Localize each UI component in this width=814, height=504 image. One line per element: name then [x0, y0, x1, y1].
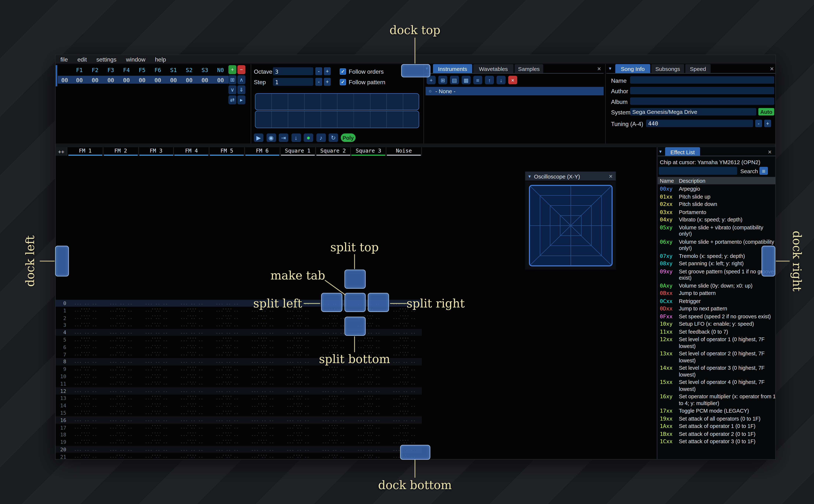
orders-cell[interactable]: 00 [197, 76, 213, 83]
orders-cell[interactable]: 00 [87, 76, 103, 83]
system-auto-button[interactable]: Auto [758, 108, 774, 116]
menu-item-help[interactable]: help [150, 56, 171, 63]
tab-effect-list[interactable]: Effect List [665, 147, 700, 156]
song-info-close-icon[interactable]: × [770, 66, 774, 72]
menu-item-window[interactable]: window [121, 56, 150, 63]
split-target-top[interactable] [344, 270, 366, 289]
orders-cell[interactable]: 00 [181, 76, 197, 83]
tab-samples[interactable]: Samples [515, 64, 543, 73]
orders-cell[interactable]: 00 [103, 76, 118, 83]
record-button[interactable]: ● [303, 134, 313, 142]
move-order-up-button[interactable]: ∧ [237, 75, 245, 84]
channel-header-fm-3[interactable]: FM 3 [139, 147, 174, 156]
save-instrument-button[interactable]: ▦ [462, 76, 471, 84]
pattern-cell[interactable]: ... .. .. .... [139, 454, 174, 460]
play-button[interactable]: ▶ [254, 134, 263, 142]
pattern-cell[interactable]: ... .. .. .... [280, 454, 315, 460]
step-one-row-button[interactable]: ↓ [291, 134, 301, 142]
tab-speed[interactable]: Speed [685, 64, 711, 73]
dock-target-top[interactable] [401, 64, 430, 77]
octave-input[interactable]: 3 [273, 67, 313, 75]
octave-decrease-button[interactable]: - [315, 67, 322, 75]
menu-item-edit[interactable]: edit [73, 56, 92, 63]
step-increase-button[interactable]: + [324, 78, 331, 86]
order-change-all-button[interactable]: ⇄ [228, 95, 236, 104]
dock-target-right[interactable] [761, 246, 775, 277]
pattern-cell[interactable]: ... .. .. .... [351, 454, 386, 460]
channel-header-square-3[interactable]: Square 3 [351, 147, 386, 156]
duplicate-order-to-end-button[interactable]: ⇓ [237, 85, 245, 94]
channel-header-fm-1[interactable]: FM 1 [68, 147, 103, 156]
effect-list-menu-button[interactable]: ≡ [759, 167, 768, 175]
channel-header-noise[interactable]: Noise [386, 147, 422, 156]
pattern-cell[interactable]: ... .. .. .... [103, 454, 139, 460]
duplicate-instrument-button[interactable]: ⊞ [438, 76, 448, 84]
menu-item-file[interactable]: file [56, 56, 73, 63]
add-channel-button[interactable]: ++ [56, 147, 67, 156]
orders-cell[interactable]: 00 [213, 76, 228, 83]
name-input[interactable] [630, 76, 774, 84]
pattern-cell[interactable]: ... .. .. .... [245, 454, 280, 460]
poly-button[interactable]: Poly [341, 134, 356, 142]
duplicate-order-button[interactable]: ⊞ [228, 75, 236, 84]
follow-pattern-checkbox[interactable]: ✓ [340, 79, 346, 85]
effect-search-input[interactable] [659, 167, 737, 175]
orders-cell[interactable]: 00 [71, 76, 87, 83]
channel-header-fm-5[interactable]: FM 5 [209, 147, 245, 156]
effect-list-collapse-icon[interactable]: ▾ [659, 149, 662, 154]
metronome-button[interactable]: ♪ [316, 134, 326, 142]
menu-item-settings[interactable]: settings [92, 56, 121, 63]
order-edit-mode-button[interactable]: ▸ [237, 95, 245, 104]
oscilloscope-title-bar[interactable]: ▾ Oscilloscope (X-Y) × [525, 172, 616, 181]
split-target-bottom[interactable] [344, 317, 366, 336]
channel-header-square-2[interactable]: Square 2 [315, 147, 351, 156]
instrument-directory-button[interactable]: ≡ [473, 76, 482, 84]
step-decrease-button[interactable]: - [315, 78, 322, 86]
system-input[interactable]: Sega Genesis/Mega Drive [630, 108, 756, 116]
move-instrument-down-button[interactable]: ↓ [497, 76, 506, 84]
make-tab-target[interactable] [344, 293, 366, 312]
delete-instrument-button[interactable]: × [508, 76, 517, 84]
tuning-increase-button[interactable]: + [764, 120, 771, 127]
tuning-input[interactable]: 440 [646, 120, 753, 127]
pattern-cell[interactable]: ... .. .. .... [315, 454, 351, 460]
move-order-down-button[interactable]: ∨ [228, 85, 236, 94]
instrument-list-item[interactable]: ○ - None - [426, 87, 604, 95]
dock-target-left[interactable] [55, 246, 69, 277]
remove-order-button[interactable]: − [237, 65, 245, 74]
tab-instruments[interactable]: Instruments [433, 64, 472, 73]
step-input[interactable]: 1 [273, 78, 313, 86]
piano-lower[interactable] [255, 111, 419, 128]
play-pattern-button[interactable]: ◉ [266, 134, 276, 142]
add-order-button[interactable]: + [228, 65, 236, 74]
orders-cell[interactable]: 00 [118, 76, 134, 83]
tab-song-info[interactable]: Song Info [615, 64, 650, 73]
oscilloscope-close-icon[interactable]: × [609, 172, 613, 180]
dock-target-bottom[interactable] [400, 445, 431, 460]
channel-header-fm-4[interactable]: FM 4 [174, 147, 209, 156]
repeat-pattern-button[interactable]: ↻ [329, 134, 338, 142]
oscilloscope-collapse-icon[interactable]: ▾ [528, 174, 531, 179]
orders-cell[interactable]: 00 [150, 76, 166, 83]
pattern-cell[interactable]: ... .. .. .... [209, 454, 245, 460]
follow-orders-checkbox[interactable]: ✓ [340, 68, 346, 75]
orders-cell[interactable]: 00 [134, 76, 150, 83]
pattern-cell[interactable]: ... .. .. .... [174, 454, 209, 460]
album-input[interactable] [630, 97, 774, 105]
open-instrument-button[interactable]: ▤ [450, 76, 459, 84]
channel-header-fm-2[interactable]: FM 2 [103, 147, 139, 156]
pattern-cell[interactable]: ... .. .. .... [68, 454, 103, 460]
tab-wavetables[interactable]: Wavetables [473, 64, 514, 73]
song-info-collapse-icon[interactable]: ▾ [609, 66, 611, 71]
play-from-cursor-button[interactable]: ⇥ [279, 134, 288, 142]
split-target-left[interactable] [321, 293, 342, 312]
instruments-close-icon[interactable]: × [597, 66, 601, 72]
effect-list-close-icon[interactable]: × [768, 149, 772, 155]
channel-header-fm-6[interactable]: FM 6 [245, 147, 280, 156]
tab-subsongs[interactable]: Subsongs [651, 64, 684, 73]
author-input[interactable] [630, 87, 774, 94]
move-instrument-up-button[interactable]: ↑ [485, 76, 494, 84]
channel-header-square-1[interactable]: Square 1 [280, 147, 315, 156]
orders-row[interactable]: 0000000000000000000000 [58, 76, 228, 84]
tuning-decrease-button[interactable]: - [755, 120, 762, 127]
